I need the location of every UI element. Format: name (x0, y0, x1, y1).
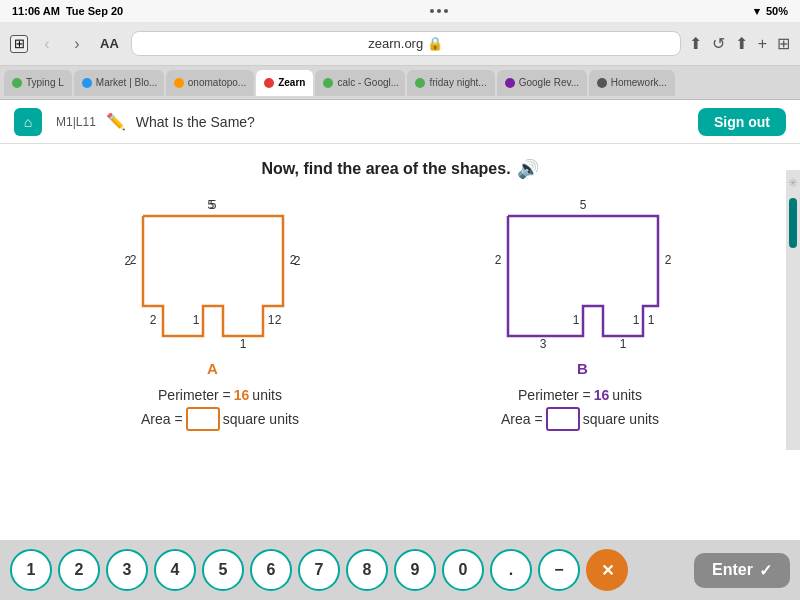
svg-text:2: 2 (149, 313, 156, 327)
shape-a-wrapper: 5 2 2 2 1 1 2 1 (123, 196, 303, 356)
key-7[interactable]: 7 (298, 549, 340, 591)
perimeter-a-line: Perimeter = 16 units (141, 387, 299, 403)
tab-zearn[interactable]: Zearn (256, 70, 313, 96)
svg-text:1: 1 (267, 313, 274, 327)
tab-onomatopo[interactable]: onomatopo... (166, 70, 254, 96)
key-3[interactable]: 3 (106, 549, 148, 591)
tab-homework[interactable]: Homework... (589, 70, 675, 96)
dim-a-top: 5 (208, 198, 215, 212)
shape-b-svg: 5 2 2 3 1 1 1 1 (488, 196, 678, 351)
key-1[interactable]: 1 (10, 549, 52, 591)
shape-b-info: Perimeter = 16 units Area = square units (501, 387, 659, 431)
wifi-icon: ▾ (754, 5, 760, 18)
key-2[interactable]: 2 (58, 549, 100, 591)
scrollbar[interactable]: ✳ (786, 170, 800, 450)
sign-out-button[interactable]: Sign out (698, 108, 786, 136)
instruction-text: Now, find the area of the shapes. 🔊 (261, 158, 538, 180)
forward-button[interactable]: › (66, 33, 88, 55)
svg-text:1: 1 (632, 313, 639, 327)
enter-button[interactable]: Enter ✓ (694, 553, 790, 588)
key-dot[interactable]: . (490, 549, 532, 591)
text-size-button[interactable]: AA (96, 34, 123, 53)
share-button[interactable]: ⬆ (689, 34, 702, 53)
dots-indicator (430, 9, 448, 13)
lesson-label: M1|L11 (56, 115, 96, 129)
time-display: 11:06 AM (12, 5, 60, 17)
svg-text:1: 1 (572, 313, 579, 327)
home-icon[interactable]: ⌂ (14, 108, 42, 136)
numpad: 1 2 3 4 5 6 7 8 9 0 . − ✕ Enter ✓ (0, 540, 800, 600)
browser-bar: ⊞ ‹ › AA zearn.org 🔒 ⬆ ↺ ⬆ + ⊞ (0, 22, 800, 66)
perimeter-b-line: Perimeter = 16 units (501, 387, 659, 403)
shape-a-info: Perimeter = 16 units Area = square units (141, 387, 299, 431)
status-bar: 11:06 AM Tue Sep 20 ▾ 50% (0, 0, 800, 22)
window-button[interactable]: ⊞ (10, 35, 28, 53)
tab-market[interactable]: Market | Blo... (74, 70, 164, 96)
lock-icon: 🔒 (427, 36, 443, 51)
svg-text:1: 1 (192, 313, 199, 327)
shape-b-label: B (577, 360, 588, 377)
key-8[interactable]: 8 (346, 549, 388, 591)
svg-text:1: 1 (239, 337, 246, 351)
reload-button[interactable]: ↺ (712, 34, 725, 53)
browser-actions: ⬆ ↺ ⬆ + ⊞ (689, 34, 790, 53)
tab-google-rev[interactable]: Google Rev... (497, 70, 587, 96)
area-b-line: Area = square units (501, 407, 659, 431)
svg-text:1: 1 (647, 313, 654, 327)
audio-icon[interactable]: 🔊 (517, 158, 539, 180)
svg-text:2: 2 (494, 253, 501, 267)
svg-text:2: 2 (664, 253, 671, 267)
key-4[interactable]: 4 (154, 549, 196, 591)
answer-box-a[interactable] (186, 407, 220, 431)
key-0[interactable]: 0 (442, 549, 484, 591)
info-row: Perimeter = 16 units Area = square units… (20, 387, 780, 431)
key-6[interactable]: 6 (250, 549, 292, 591)
share2-button[interactable]: ⬆ (735, 34, 748, 53)
scroll-star: ✳ (788, 176, 798, 190)
page-header: ⌂ M1|L11 ✏️ What Is the Same? Sign out (0, 100, 800, 144)
key-5[interactable]: 5 (202, 549, 244, 591)
shape-b-wrapper: 5 2 2 3 1 1 1 1 (488, 196, 678, 356)
svg-text:5: 5 (579, 198, 586, 212)
tab-typing[interactable]: Typing L (4, 70, 72, 96)
date-display: Tue Sep 20 (66, 5, 123, 17)
perimeter-b-value: 16 (594, 387, 610, 403)
key-9[interactable]: 9 (394, 549, 436, 591)
shape-a-svg: 5 2 2 2 1 1 2 1 (123, 196, 303, 351)
answer-box-b[interactable] (546, 407, 580, 431)
main-content: Now, find the area of the shapes. 🔊 5 2 … (0, 144, 800, 540)
dim-a-right: 2 (294, 254, 301, 268)
shape-b-container: 5 2 2 3 1 1 1 1 B (488, 196, 678, 377)
scroll-thumb (789, 198, 797, 248)
area-a-line: Area = square units (141, 407, 299, 431)
pencil-icon: ✏️ (106, 112, 126, 131)
dim-a-left: 2 (125, 254, 132, 268)
tabs-bar: Typing L Market | Blo... onomatopo... Ze… (0, 66, 800, 100)
svg-text:1: 1 (619, 337, 626, 351)
delete-button[interactable]: ✕ (586, 549, 628, 591)
tabs-button[interactable]: ⊞ (777, 34, 790, 53)
url-text: zearn.org (368, 36, 423, 51)
key-minus[interactable]: − (538, 549, 580, 591)
tab-friday[interactable]: friday night... (407, 70, 494, 96)
svg-text:3: 3 (539, 337, 546, 351)
url-bar[interactable]: zearn.org 🔒 (131, 31, 681, 56)
shape-a-container: 5 2 2 2 1 1 2 1 (123, 196, 303, 377)
back-button[interactable]: ‹ (36, 33, 58, 55)
battery-display: 50% (766, 5, 788, 17)
svg-text:2: 2 (274, 313, 281, 327)
shape-a-label: A (207, 360, 218, 377)
new-tab-button[interactable]: + (758, 35, 767, 53)
tab-calc[interactable]: calc - Googl... (315, 70, 405, 96)
status-right: ▾ 50% (754, 5, 788, 18)
shapes-row: 5 2 2 2 1 1 2 1 (20, 196, 780, 377)
page-title: What Is the Same? (136, 114, 255, 130)
